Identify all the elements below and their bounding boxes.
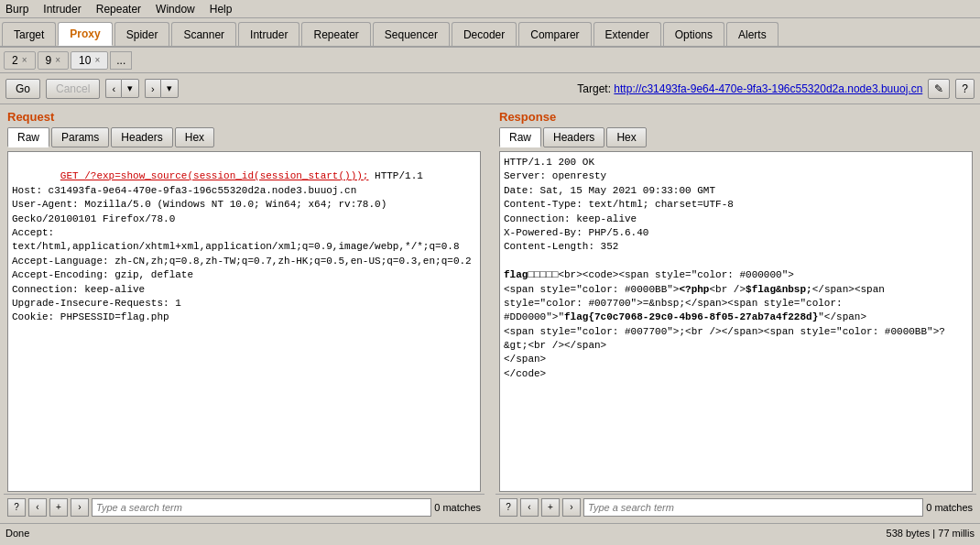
request-search-bar: ? ‹ + › 0 matches xyxy=(4,494,485,519)
request-content: GET /?exp=show_source(session_id(session… xyxy=(7,151,481,492)
nav-prev-dropdown-button[interactable]: ▾ xyxy=(121,79,139,98)
nav-prev-button[interactable]: ‹ xyxy=(105,79,121,98)
panel-divider[interactable] xyxy=(488,108,492,519)
tab-comparer[interactable]: Comparer xyxy=(518,22,591,46)
response-panel-header: Response xyxy=(495,108,976,125)
nav-next-dropdown-button[interactable]: ▾ xyxy=(160,79,179,98)
response-search-input[interactable] xyxy=(583,498,923,517)
page-tab-10[interactable]: 10 × xyxy=(71,51,108,70)
toolbar: Go Cancel ‹ ▾ › ▾ Target: http://c31493f… xyxy=(0,73,980,104)
statusbar: Done 538 bytes | 77 millis xyxy=(0,523,980,541)
close-tab-9[interactable]: × xyxy=(55,55,60,65)
request-search-input[interactable] xyxy=(92,498,431,517)
page-tab-9[interactable]: 9 × xyxy=(38,51,70,70)
request-panel: Request Raw Params Headers Hex GET /?exp… xyxy=(4,108,485,519)
cancel-button[interactable]: Cancel xyxy=(46,79,100,99)
more-tabs-button[interactable]: ... xyxy=(110,51,132,70)
tab-decoder[interactable]: Decoder xyxy=(452,22,517,46)
request-search-help[interactable]: ? xyxy=(7,498,26,517)
response-content: HTTP/1.1 200 OK Server: openresty Date: … xyxy=(499,151,973,492)
response-tab-hex[interactable]: Hex xyxy=(606,127,646,147)
response-panel-tabs: Raw Headers Hex xyxy=(495,125,976,149)
response-search-prev[interactable]: ‹ xyxy=(520,498,539,517)
close-tab-2[interactable]: × xyxy=(22,55,27,65)
response-search-help[interactable]: ? xyxy=(499,498,517,517)
main-tabbar: Target Proxy Spider Scanner Intruder Rep… xyxy=(0,18,980,48)
request-tab-raw[interactable]: Raw xyxy=(7,127,49,147)
request-tab-params[interactable]: Params xyxy=(51,127,109,147)
edit-button[interactable]: ✎ xyxy=(928,79,950,99)
request-search-next-plus[interactable]: + xyxy=(49,498,68,517)
status-left: Done xyxy=(5,528,29,539)
request-search-next[interactable]: › xyxy=(71,498,89,517)
tab-target[interactable]: Target xyxy=(2,22,56,46)
tab-alerts[interactable]: Alerts xyxy=(726,22,779,46)
menu-burp[interactable]: Burp xyxy=(4,3,30,16)
request-tab-headers[interactable]: Headers xyxy=(111,127,172,147)
tab-spider[interactable]: Spider xyxy=(114,22,170,46)
nav-prev-group: ‹ ▾ xyxy=(105,79,139,98)
response-text-area[interactable]: HTTP/1.1 200 OK Server: openresty Date: … xyxy=(500,152,972,491)
target-label: Target: http://c31493fa-9e64-470e-9fa3-1… xyxy=(577,82,922,95)
status-right: 538 bytes | 77 millis xyxy=(887,528,975,539)
response-search-next-plus[interactable]: + xyxy=(541,498,560,517)
main-content: Request Raw Params Headers Hex GET /?exp… xyxy=(0,104,980,523)
tab-extender[interactable]: Extender xyxy=(593,22,661,46)
response-panel: Response Raw Headers Hex HTTP/1.1 200 OK… xyxy=(495,108,976,519)
help-button[interactable]: ? xyxy=(955,79,975,99)
request-tab-hex[interactable]: Hex xyxy=(175,127,214,147)
menubar: Burp Intruder Repeater Window Help xyxy=(0,0,980,18)
request-panel-header: Request xyxy=(4,108,485,125)
response-search-next[interactable]: › xyxy=(562,498,581,517)
go-button[interactable]: Go xyxy=(5,79,40,99)
close-tab-10[interactable]: × xyxy=(94,55,100,65)
page-tabs: 2 × 9 × 10 × ... xyxy=(0,48,980,73)
nav-next-group: › ▾ xyxy=(145,79,179,98)
request-panel-tabs: Raw Params Headers Hex xyxy=(4,125,485,149)
target-url[interactable]: http://c31493fa-9e64-470e-9fa3-196c55320… xyxy=(614,82,922,95)
menu-help[interactable]: Help xyxy=(208,3,234,16)
page-tab-2[interactable]: 2 × xyxy=(4,51,36,70)
tab-intruder[interactable]: Intruder xyxy=(238,22,299,46)
response-tab-headers[interactable]: Headers xyxy=(543,127,604,147)
tab-sequencer[interactable]: Sequencer xyxy=(373,22,450,46)
tab-options[interactable]: Options xyxy=(663,22,724,46)
nav-next-button[interactable]: › xyxy=(145,79,160,98)
request-matches-label: 0 matches xyxy=(434,502,481,513)
response-search-bar: ? ‹ + › 0 matches xyxy=(495,494,976,519)
menu-repeater[interactable]: Repeater xyxy=(94,3,143,16)
tab-proxy[interactable]: Proxy xyxy=(58,22,112,46)
request-text-area[interactable]: GET /?exp=show_source(session_id(session… xyxy=(8,152,480,491)
response-tab-raw[interactable]: Raw xyxy=(499,127,541,147)
response-matches-label: 0 matches xyxy=(926,502,973,513)
tab-scanner[interactable]: Scanner xyxy=(171,22,236,46)
tab-repeater[interactable]: Repeater xyxy=(301,22,370,46)
menu-window[interactable]: Window xyxy=(154,3,197,16)
request-search-prev[interactable]: ‹ xyxy=(28,498,47,517)
menu-intruder[interactable]: Intruder xyxy=(41,3,82,16)
